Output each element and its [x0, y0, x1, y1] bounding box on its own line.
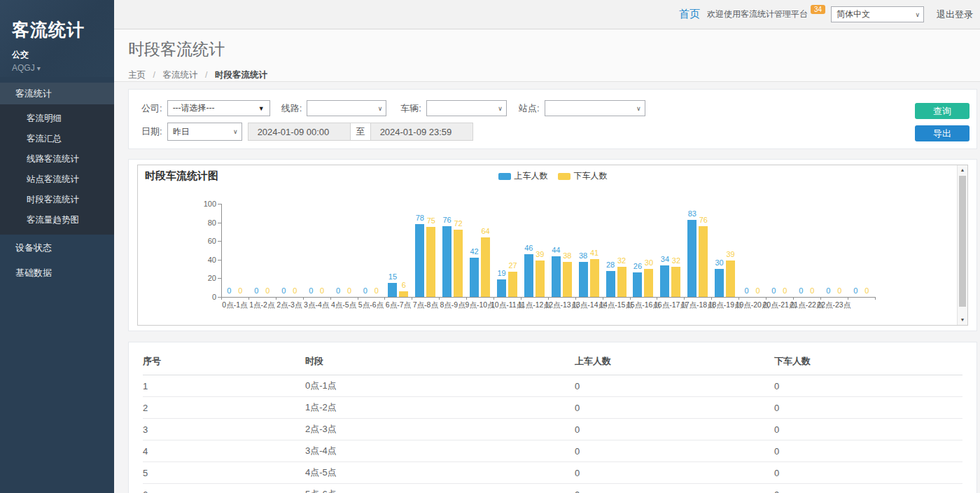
- x-tick: [221, 297, 222, 300]
- dropdown-arrow-icon: ▼: [258, 105, 265, 112]
- table-cell: 0: [575, 440, 774, 462]
- col-header-index: 序号: [143, 345, 305, 375]
- bar-boarding: [524, 254, 533, 297]
- table-row: 32点-3点00: [143, 419, 962, 440]
- notification-badge: 34: [811, 5, 825, 14]
- table-cell: 0: [774, 462, 962, 484]
- breadcrumb-current: 时段客流统计: [215, 70, 267, 80]
- bar-boarding: [687, 220, 696, 297]
- date-label: 日期:: [141, 125, 162, 138]
- breadcrumb-home[interactable]: 主页: [128, 70, 146, 80]
- bar-value-label: 32: [662, 256, 690, 265]
- y-axis-tick-label: 100: [190, 200, 216, 208]
- table-cell: 4: [143, 440, 305, 462]
- bar-value-label: 0: [363, 286, 391, 295]
- x-tick: [848, 297, 848, 300]
- query-button[interactable]: 查询: [915, 103, 969, 119]
- legend-item-1[interactable]: 下车人数: [558, 170, 608, 182]
- bar-boarding: [497, 279, 506, 297]
- sidebar-subitem-5[interactable]: 客流量趋势图: [0, 210, 114, 230]
- org-label: 公交: [12, 49, 114, 61]
- x-tick: [439, 297, 440, 300]
- x-tick: [738, 297, 739, 300]
- logout-link[interactable]: 退出登录: [937, 8, 973, 21]
- bar-alighting: [671, 267, 680, 297]
- export-button[interactable]: 导出: [915, 125, 969, 141]
- language-select-value: 简体中文: [836, 8, 870, 20]
- legend-label: 上车人数: [514, 170, 548, 182]
- vehicle-select[interactable]: ∨: [426, 100, 507, 116]
- station-select[interactable]: ∨: [545, 100, 645, 116]
- sidebar-subitem-0[interactable]: 客流明细: [0, 109, 114, 129]
- sidebar-submenu: 客流明细客流汇总线路客流统计站点客流统计时段客流统计客流量趋势图: [0, 104, 114, 235]
- chevron-down-icon: ∨: [378, 105, 383, 112]
- table-cell: 0点-1点: [305, 375, 575, 397]
- legend-item-0[interactable]: 上车人数: [498, 170, 548, 182]
- sidebar-subitem-3[interactable]: 站点客流统计: [0, 169, 114, 190]
- bar-alighting: [481, 237, 490, 297]
- filter-row-1: 公司: ---请选择--- ▼ 线路: ∨ 车辆: ∨ 站点:: [141, 100, 967, 116]
- sidebar-menu: 客流统计客流明细客流汇总线路客流统计站点客流统计时段客流统计客流量趋势图设备状态…: [0, 83, 114, 285]
- user-dropdown[interactable]: AQGJ▾: [12, 63, 114, 73]
- sidebar-item-0[interactable]: 客流统计: [0, 83, 114, 104]
- content-area: 公司: ---请选择--- ▼ 线路: ∨ 车辆: ∨ 站点:: [114, 83, 980, 493]
- table-row: 10点-1点00: [143, 375, 962, 397]
- table-cell: 0: [774, 397, 962, 419]
- table-cell: 1: [143, 375, 305, 397]
- date-from-input[interactable]: [248, 123, 351, 141]
- table-cell: 3点-4点: [305, 440, 575, 462]
- y-axis-tick-label: 80: [190, 218, 216, 227]
- table-cell: 0: [774, 419, 962, 440]
- bar-boarding: [633, 272, 642, 297]
- chart-panel: 时段车流统计图 上车人数下车人数 ▲ ▼ 0204060801000点-1点1点…: [128, 159, 977, 331]
- x-tick: [548, 297, 549, 300]
- company-select-value: ---请选择---: [173, 102, 215, 114]
- bar-value-label: 39: [717, 250, 745, 258]
- chart-vertical-scrollbar[interactable]: ▲ ▼: [957, 165, 967, 325]
- bar-alighting: [617, 267, 626, 297]
- sidebar-header: 客流统计 公交 AQGJ▾: [0, 0, 114, 77]
- legend-swatch: [558, 173, 570, 180]
- table-cell: 0: [774, 375, 962, 397]
- page-header: 时段客流统计 主页 / 客流统计 / 时段客流统计: [114, 29, 980, 82]
- table-row: 43点-4点00: [143, 440, 962, 462]
- company-select[interactable]: ---请选择--- ▼: [167, 100, 270, 116]
- language-select[interactable]: 简体中文 ∨: [831, 6, 924, 22]
- sidebar-subitem-1[interactable]: 客流汇总: [0, 129, 114, 149]
- date-preset-select[interactable]: 昨日 ∨: [167, 123, 242, 141]
- y-axis-tick-label: 0: [190, 293, 216, 301]
- x-tick: [657, 297, 657, 300]
- bar-boarding: [552, 256, 561, 298]
- sidebar-subitem-2[interactable]: 线路客流统计: [0, 149, 114, 169]
- scrollbar-thumb[interactable]: [959, 176, 966, 307]
- x-tick: [684, 297, 685, 300]
- home-link[interactable]: 首页: [679, 8, 700, 21]
- x-tick: [793, 297, 794, 300]
- table-row: 65点-6点00: [143, 484, 962, 493]
- y-axis-tick-label: 20: [190, 274, 216, 282]
- bar-value-label: 41: [580, 249, 608, 257]
- line-select[interactable]: ∨: [307, 100, 386, 116]
- x-tick: [575, 297, 576, 300]
- scroll-down-icon[interactable]: ▼: [958, 315, 967, 325]
- bar-chart: 时段车流统计图 上车人数下车人数 ▲ ▼ 0204060801000点-1点1点…: [137, 165, 968, 326]
- x-tick: [630, 297, 631, 300]
- y-axis-tick-label: 60: [190, 237, 216, 245]
- date-to-input[interactable]: [370, 123, 473, 141]
- table-cell: 5点-6点: [305, 484, 575, 493]
- breadcrumb-parent[interactable]: 客流统计: [162, 70, 197, 80]
- user-name: AQGJ: [12, 63, 35, 73]
- sidebar-item-2[interactable]: 基础数据: [0, 261, 114, 285]
- table-cell: 2: [143, 397, 305, 419]
- table-cell: 3: [143, 419, 305, 440]
- y-tick: [218, 223, 221, 223]
- table-cell: 1点-2点: [305, 397, 575, 419]
- sidebar-subitem-4[interactable]: 时段客流统计: [0, 190, 114, 210]
- bar-value-label: 15: [379, 272, 407, 281]
- y-tick: [218, 260, 221, 261]
- bar-alighting: [508, 272, 517, 297]
- sidebar-item-1[interactable]: 设备状态: [0, 236, 114, 260]
- table-cell: 4点-5点: [305, 462, 575, 484]
- station-label: 站点:: [519, 102, 540, 115]
- scroll-up-icon[interactable]: ▲: [958, 165, 967, 175]
